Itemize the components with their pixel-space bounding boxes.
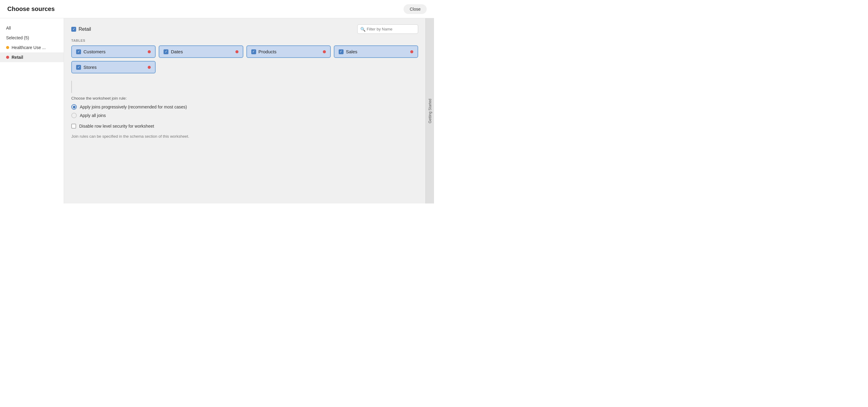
tables-grid: Customers Dates Products <box>71 45 418 58</box>
sales-dot <box>410 50 413 53</box>
modal-title: Choose sources <box>7 5 55 12</box>
all-label: All <box>6 26 11 30</box>
products-checkbox[interactable] <box>251 49 256 54</box>
filter-input[interactable] <box>357 24 418 34</box>
sidebar-item-retail[interactable]: Retail <box>0 53 64 62</box>
sidebar: All Selected (5) Healthcare Use ... Reta… <box>0 18 64 204</box>
disable-rls-label: Disable row level security for worksheet <box>79 124 154 129</box>
radio-progressive[interactable]: Apply joins progressively (recommended f… <box>71 104 418 110</box>
products-dot <box>323 50 326 53</box>
main-content: Retail 🔍 TABLES Customers <box>64 18 426 204</box>
sales-label: Sales <box>346 49 358 54</box>
stores-row: Stores <box>71 61 418 73</box>
radio-all-joins-circle[interactable] <box>71 113 77 118</box>
table-card-dates-left: Dates <box>163 49 183 54</box>
radio-all-joins-label: Apply all joins <box>80 113 106 118</box>
radio-progressive-circle[interactable] <box>71 104 77 110</box>
dates-checkbox[interactable] <box>163 49 168 54</box>
sidebar-item-selected[interactable]: Selected (5) <box>0 33 64 43</box>
tables-label: TABLES <box>71 39 418 42</box>
modal-body: All Selected (5) Healthcare Use ... Reta… <box>0 18 434 204</box>
customers-label: Customers <box>84 49 106 54</box>
table-card-stores[interactable]: Stores <box>71 61 156 73</box>
radio-all-joins[interactable]: Apply all joins <box>71 113 418 118</box>
table-card-dates[interactable]: Dates <box>159 45 243 58</box>
close-button[interactable]: Close <box>404 4 427 14</box>
source-title: Retail <box>71 27 91 32</box>
filter-input-wrapper: 🔍 <box>357 24 418 34</box>
dates-dot <box>236 50 239 53</box>
search-icon: 🔍 <box>360 27 366 32</box>
sidebar-item-all[interactable]: All <box>0 23 64 33</box>
join-rule-section: Choose the worksheet join rule: Apply jo… <box>71 96 418 138</box>
join-note: Join rules can be specified in the schem… <box>71 134 418 138</box>
healthcare-label: Healthcare Use ... <box>11 45 46 50</box>
radio-progressive-label: Apply joins progressively (recommended f… <box>80 104 187 109</box>
source-name: Retail <box>79 27 91 32</box>
healthcare-dot <box>6 46 9 49</box>
vertical-separator <box>71 81 72 93</box>
selected-label: Selected (5) <box>6 35 29 40</box>
sidebar-item-healthcare[interactable]: Healthcare Use ... <box>0 43 64 53</box>
getting-started-sidebar[interactable]: Getting Started <box>426 18 434 204</box>
table-card-products[interactable]: Products <box>246 45 331 58</box>
customers-checkbox[interactable] <box>76 49 81 54</box>
dates-label: Dates <box>171 49 183 54</box>
products-label: Products <box>258 49 277 54</box>
getting-started-label: Getting Started <box>428 99 432 123</box>
disable-rls-row[interactable]: Disable row level security for worksheet <box>71 124 418 129</box>
source-checkbox[interactable] <box>71 27 76 32</box>
table-card-sales[interactable]: Sales <box>334 45 418 58</box>
stores-dot <box>148 66 151 69</box>
sales-checkbox[interactable] <box>339 49 344 54</box>
modal-header: Choose sources Close <box>0 0 434 18</box>
stores-label: Stores <box>84 65 97 70</box>
stores-checkbox[interactable] <box>76 65 81 70</box>
radio-group: Apply joins progressively (recommended f… <box>71 104 418 118</box>
table-card-sales-left: Sales <box>339 49 358 54</box>
join-rule-label: Choose the worksheet join rule: <box>71 96 418 100</box>
customers-dot <box>148 50 151 53</box>
source-header: Retail 🔍 <box>71 24 418 34</box>
table-card-customers[interactable]: Customers <box>71 45 156 58</box>
table-card-customers-left: Customers <box>76 49 106 54</box>
table-card-stores-left: Stores <box>76 65 97 70</box>
retail-label: Retail <box>11 55 23 60</box>
table-card-products-left: Products <box>251 49 277 54</box>
retail-dot <box>6 56 9 59</box>
disable-rls-checkbox[interactable] <box>71 124 76 129</box>
right-panel-wrapper: Retail 🔍 TABLES Customers <box>64 18 434 204</box>
